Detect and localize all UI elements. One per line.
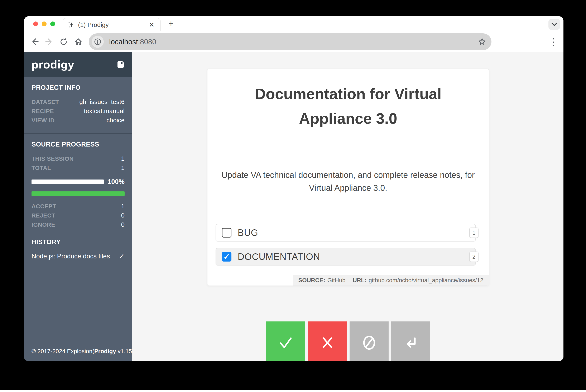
total-progress-bar: [31, 192, 125, 196]
option-documentation-label: DOCUMENTATION: [238, 252, 320, 262]
browser-menu-button[interactable]: ⋮: [548, 33, 559, 50]
recipe-label: RECIPE: [31, 107, 54, 116]
product-name: Prodigy: [94, 348, 116, 354]
undo-return-icon: [402, 334, 420, 352]
dataset-value: gh_issues_test6: [79, 97, 125, 106]
address-bar[interactable]: localhost:8080: [89, 34, 492, 50]
progress-percent: 100%: [107, 178, 125, 186]
version-text: (Prodigy v1.15.8): [92, 348, 139, 355]
total-label: TOTAL: [31, 164, 51, 172]
project-info-heading: PROJECT INFO: [31, 84, 125, 92]
home-button[interactable]: [74, 38, 82, 46]
zoom-window-button[interactable]: [50, 22, 55, 26]
history-item-text: Node.js: Produce docs files: [31, 252, 110, 261]
source-value: GitHub: [327, 277, 346, 284]
accept-check-icon: ✓: [119, 252, 125, 261]
decision-stats: ACCEPT 1 REJECT 0 IGNORE 0: [31, 202, 125, 229]
option-documentation[interactable]: ✓ DOCUMENTATION 2: [216, 248, 476, 266]
task-title: Documentation for Virtual Appliance 3.0: [243, 82, 454, 131]
project-info-section: PROJECT INFO DATASET gh_issues_test6 REC…: [24, 77, 132, 133]
accept-label: ACCEPT: [31, 202, 56, 211]
dataset-label: DATASET: [31, 98, 59, 106]
site-info-button[interactable]: [92, 36, 104, 48]
history-heading: HISTORY: [31, 238, 125, 246]
url-port: :8080: [138, 38, 156, 46]
reject-label: REJECT: [31, 211, 55, 220]
progress-row-session: THIS SESSION 1: [31, 154, 125, 163]
checkbox-unchecked[interactable]: [222, 228, 231, 238]
close-window-button[interactable]: [33, 22, 38, 26]
forward-button[interactable]: [45, 38, 53, 46]
ignore-label: IGNORE: [31, 220, 55, 229]
reject-button[interactable]: [308, 322, 347, 361]
task-meta-bar: SOURCE: GitHub URL: github.com/ncbo/virt…: [293, 275, 489, 286]
back-button[interactable]: [31, 38, 39, 46]
progress-row-total: TOTAL 1: [31, 163, 125, 172]
accept-button[interactable]: [266, 322, 305, 361]
view-id-label: VIEW ID: [31, 116, 55, 125]
reject-value: 0: [121, 211, 125, 220]
info-row-dataset: DATASET gh_issues_test6: [31, 97, 125, 106]
session-progress-bar: 100%: [31, 178, 125, 186]
browser-tab[interactable]: (1) Prodigy ✕: [63, 18, 161, 31]
sidebar-header: prodigy: [24, 52, 132, 77]
tab-bar: (1) Prodigy ✕ +: [24, 16, 564, 31]
minimize-window-button[interactable]: [42, 22, 46, 26]
stat-row-accept: ACCEPT 1: [31, 202, 125, 211]
tab-title: (1) Prodigy: [78, 21, 147, 28]
prodigy-sparkle-favicon-icon: [68, 22, 74, 28]
reload-button[interactable]: [59, 38, 68, 46]
ignore-value: 0: [121, 220, 125, 229]
task-card: Documentation for Virtual Appliance 3.0 …: [207, 69, 489, 286]
source-progress-heading: SOURCE PROGRESS: [31, 141, 125, 148]
browser-window: (1) Prodigy ✕ + localhost:8080 ⋮: [24, 16, 564, 361]
history-section: HISTORY Node.js: Produce docs files ✓: [24, 231, 132, 341]
screen: (1) Prodigy ✕ + localhost:8080 ⋮: [0, 0, 586, 392]
option-bug[interactable]: BUG 1: [216, 224, 476, 242]
info-row-recipe: RECIPE textcat.manual: [31, 106, 125, 116]
sidebar-footer: © 2017-2024 Explosion (Prodigy v1.15.8): [24, 341, 132, 361]
action-buttons: [266, 322, 430, 361]
prodigy-logo: prodigy: [31, 58, 117, 71]
task-url-link[interactable]: github.com/ncbo/virtual_appliance/issues…: [369, 277, 483, 284]
bottom-strip: [0, 390, 586, 392]
url-label: URL:: [353, 277, 367, 284]
ignore-ban-icon: [360, 334, 378, 352]
stat-row-reject: REJECT 0: [31, 211, 125, 220]
option-bug-key-badge: 1: [469, 228, 479, 238]
reject-x-icon: [318, 334, 336, 352]
source-progress-section: SOURCE PROGRESS THIS SESSION 1 TOTAL 1 1…: [24, 133, 132, 231]
sidebar: prodigy PROJECT INFO DATASET gh_issues_t…: [24, 52, 132, 361]
session-value: 1: [121, 154, 125, 163]
option-bug-label: BUG: [238, 228, 258, 238]
tab-search-button[interactable]: [549, 19, 560, 30]
source-label: SOURCE:: [298, 277, 325, 284]
tab-close-icon[interactable]: ✕: [147, 21, 156, 29]
info-icon: [94, 38, 101, 46]
checkbox-check-icon: ✓: [223, 253, 230, 261]
view-id-value: choice: [106, 116, 125, 124]
save-button[interactable]: [117, 60, 125, 68]
accept-check-icon: [277, 334, 295, 352]
chevron-down-icon: [551, 22, 558, 26]
total-value: 1: [121, 163, 125, 172]
session-label: THIS SESSION: [31, 154, 74, 163]
checkbox-checked[interactable]: ✓: [222, 252, 231, 262]
info-row-view-id: VIEW ID choice: [31, 116, 125, 125]
url-text: localhost:8080: [109, 38, 478, 46]
stat-row-ignore: IGNORE 0: [31, 220, 125, 229]
browser-toolbar: localhost:8080 ⋮: [24, 31, 564, 52]
progress-track: [31, 180, 104, 184]
choice-options: BUG 1 ✓ DOCUMENTATION 2: [216, 224, 476, 272]
annotation-area: Documentation for Virtual Appliance 3.0 …: [132, 52, 564, 361]
new-tab-button[interactable]: +: [168, 20, 174, 28]
option-documentation-key-badge: 2: [469, 252, 479, 262]
undo-button[interactable]: [391, 322, 430, 361]
url-host: localhost: [109, 38, 138, 46]
ignore-button[interactable]: [350, 322, 389, 361]
copyright-text: © 2017-2024 Explosion: [31, 348, 92, 355]
history-item[interactable]: Node.js: Produce docs files ✓: [31, 252, 125, 261]
accept-value: 1: [121, 202, 125, 210]
bookmark-star-icon[interactable]: [478, 38, 486, 46]
task-text: Update VA technical documentation, and c…: [213, 168, 483, 194]
